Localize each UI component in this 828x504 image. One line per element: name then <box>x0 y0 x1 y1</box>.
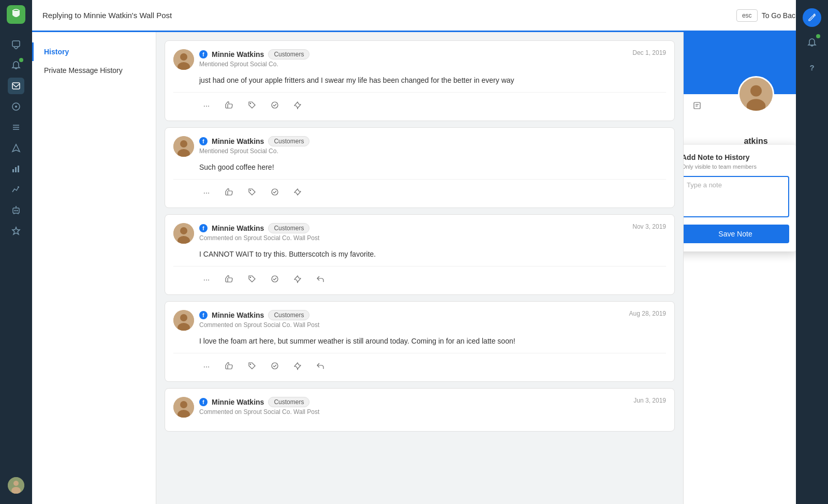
like-button[interactable] <box>222 185 236 199</box>
complete-button[interactable] <box>268 272 282 286</box>
complete-button[interactable] <box>268 359 282 373</box>
post-meta: f Minnie Watkins Customers Commented on … <box>199 397 628 416</box>
post-body: Such good coffee here! <box>173 162 666 173</box>
post-tag[interactable]: Customers <box>268 49 309 60</box>
user-avatar[interactable] <box>8 477 24 494</box>
facebook-icon: f <box>199 50 208 58</box>
svg-point-46 <box>750 85 762 97</box>
post-tag[interactable]: Customers <box>268 397 309 407</box>
notification-badge <box>19 58 23 62</box>
svg-point-34 <box>272 276 278 282</box>
like-button[interactable] <box>222 272 236 286</box>
nav-item-bots[interactable] <box>8 202 24 218</box>
post-card: f Minnie Watkins Customers Commented on … <box>165 214 675 295</box>
svg-rect-10 <box>13 208 19 213</box>
post-tag[interactable]: Customers <box>268 136 309 146</box>
tag-button[interactable] <box>245 359 259 373</box>
tag-button[interactable] <box>245 98 259 112</box>
more-options-button[interactable]: ··· <box>199 359 214 373</box>
more-options-button[interactable]: ··· <box>199 272 214 286</box>
complete-button[interactable] <box>268 98 282 112</box>
post-author-name: Minnie Watkins <box>212 137 264 145</box>
facebook-icon: f <box>199 224 208 232</box>
pin-button[interactable] <box>290 185 305 199</box>
post-avatar <box>173 49 194 70</box>
post-subtitle: Mentioned Sprout Social Co. <box>199 147 661 155</box>
svg-rect-9 <box>18 166 19 172</box>
nav-item-analytics[interactable] <box>8 160 24 177</box>
post-author-name: Minnie Watkins <box>212 311 264 319</box>
pin-button[interactable] <box>290 98 305 112</box>
global-notification-badge <box>816 34 820 38</box>
svg-point-33 <box>250 277 251 278</box>
nav-item-notifications[interactable] <box>8 57 24 73</box>
help-icon[interactable]: ? <box>803 58 821 77</box>
nav-item-star[interactable] <box>8 223 24 239</box>
post-tag[interactable]: Customers <box>268 223 309 233</box>
facebook-icon: f <box>199 398 208 406</box>
post-name-row: f Minnie Watkins Customers <box>199 49 627 60</box>
svg-point-26 <box>180 140 187 147</box>
svg-point-17 <box>13 481 19 486</box>
post-avatar <box>173 397 194 418</box>
svg-point-40 <box>272 363 278 369</box>
sidebar-item-pm-history[interactable]: Private Message History <box>32 61 156 80</box>
svg-point-31 <box>180 227 187 234</box>
nav-item-reports[interactable] <box>8 181 24 198</box>
add-note-popup: Add Note to History Only visible to team… <box>683 145 797 251</box>
post-date: Aug 28, 2019 <box>629 310 666 317</box>
profile-notes-icon[interactable] <box>690 98 704 113</box>
post-meta: f Minnie Watkins Customers Mentioned Spr… <box>199 136 661 155</box>
tag-button[interactable] <box>245 185 259 199</box>
nav-item-tasks[interactable] <box>8 98 24 115</box>
compose-icon[interactable] <box>803 8 821 27</box>
svg-point-37 <box>180 314 187 321</box>
svg-point-3 <box>15 106 17 108</box>
post-author-name: Minnie Watkins <box>212 398 264 406</box>
pin-button[interactable] <box>290 359 305 373</box>
post-meta: f Minnie Watkins Customers Mentioned Spr… <box>199 49 627 68</box>
nav-item-lists[interactable] <box>8 119 24 136</box>
nav-item-compose[interactable] <box>8 36 24 53</box>
sidebar-item-history[interactable]: History <box>32 42 156 61</box>
main-content: Replying to Minnie Watkin's Wall Post es… <box>32 0 828 504</box>
pin-button[interactable] <box>290 272 305 286</box>
svg-rect-48 <box>694 102 700 109</box>
like-button[interactable] <box>222 359 236 373</box>
save-note-button[interactable]: Save Note <box>683 225 789 243</box>
post-subtitle: Commented on Sprout Social Co. Wall Post <box>199 234 627 242</box>
profile-avatar <box>738 76 774 112</box>
post-avatar <box>173 310 194 331</box>
reply-button[interactable] <box>313 359 328 373</box>
more-options-button[interactable]: ··· <box>199 185 214 199</box>
complete-button[interactable] <box>268 185 282 199</box>
post-card: f Minnie Watkins Customers Commented on … <box>165 301 675 382</box>
nav-item-publishing[interactable] <box>8 140 24 156</box>
page-title: Replying to Minnie Watkin's Wall Post <box>42 11 736 20</box>
post-card: f Minnie Watkins Customers Commented on … <box>165 388 675 432</box>
svg-point-22 <box>250 103 251 104</box>
nav-item-inbox[interactable] <box>8 78 24 94</box>
post-name-row: f Minnie Watkins Customers <box>199 223 627 233</box>
post-avatar <box>173 136 194 157</box>
post-date: Nov 3, 2019 <box>632 223 666 230</box>
post-name-row: f Minnie Watkins Customers <box>199 397 628 407</box>
note-textarea[interactable] <box>683 176 789 217</box>
svg-rect-1 <box>12 83 20 89</box>
like-button[interactable] <box>222 98 236 112</box>
esc-button[interactable]: esc <box>736 9 758 22</box>
post-meta: f Minnie Watkins Customers Commented on … <box>199 223 627 242</box>
reply-button[interactable] <box>313 272 328 286</box>
content-row: History Private Message History <box>32 32 828 504</box>
tag-button[interactable] <box>245 272 259 286</box>
post-tag[interactable]: Customers <box>268 310 309 320</box>
nav-logo[interactable] <box>7 5 25 24</box>
svg-rect-8 <box>15 167 17 172</box>
svg-point-11 <box>14 210 16 212</box>
post-body: I love the foam art here, but summer wea… <box>173 336 666 347</box>
more-options-button[interactable]: ··· <box>199 98 214 112</box>
post-avatar <box>173 223 194 244</box>
posts-feed: f Minnie Watkins Customers Mentioned Spr… <box>156 32 683 504</box>
svg-point-13 <box>16 206 17 207</box>
notifications-icon[interactable] <box>803 33 821 52</box>
